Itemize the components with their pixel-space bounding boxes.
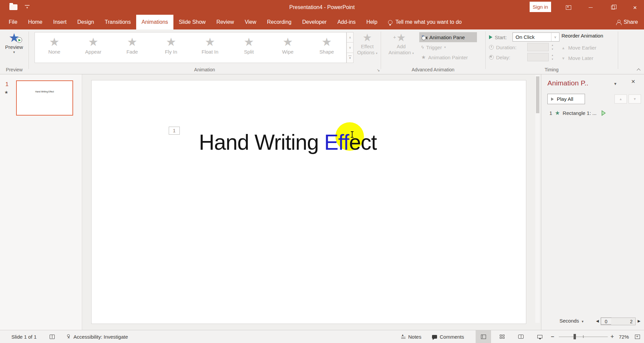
tab-developer[interactable]: Developer	[297, 15, 332, 29]
duration-input[interactable]	[527, 43, 549, 51]
move-earlier-button[interactable]: ▲ Move Earlier	[561, 43, 616, 53]
tab-insert[interactable]: Insert	[48, 15, 72, 29]
duration-row: Duration: ▴▾	[489, 42, 559, 52]
tab-animations[interactable]: Animations	[136, 15, 173, 29]
star-icon: ★	[113, 36, 152, 48]
gallery-item-float-in[interactable]: ★Float In	[191, 32, 229, 63]
gallery-item-wipe[interactable]: ★Wipe	[268, 32, 307, 63]
move-down-button[interactable]: ▼	[629, 94, 641, 104]
scrollbar-thumb[interactable]	[536, 76, 539, 113]
slide-canvas[interactable]: 1 Hand Writing Effect	[91, 80, 526, 324]
duration-spinner[interactable]: ▴▾	[550, 43, 555, 51]
sign-in-button[interactable]: Sign in	[530, 2, 551, 12]
slide-sorter-view-button[interactable]	[494, 330, 510, 343]
delay-label: Delay:	[496, 55, 511, 60]
tab-file[interactable]: File	[0, 15, 23, 29]
tab-review[interactable]: Review	[211, 15, 239, 29]
tab-transitions[interactable]: Transitions	[99, 15, 136, 29]
gallery-scroll-up-button[interactable]: ∧	[346, 32, 354, 43]
fit-slide-to-window-button[interactable]	[631, 330, 644, 343]
seconds-dropdown[interactable]: Seconds▼	[559, 318, 584, 324]
gallery-scroll-down-button[interactable]: ∨	[346, 43, 354, 53]
gallery-item-none[interactable]: ★None	[35, 32, 74, 63]
spell-check-button[interactable]	[50, 330, 55, 343]
tab-recording[interactable]: Recording	[262, 15, 297, 29]
zoom-level[interactable]: 72%	[619, 330, 629, 343]
star-icon: ★	[35, 36, 74, 48]
delay-spinner[interactable]: ▴▾	[550, 53, 555, 61]
person-icon	[616, 20, 621, 25]
normal-view-button[interactable]	[476, 330, 491, 343]
highlighted-letters: Eff	[324, 130, 349, 154]
gallery-item-split[interactable]: ★Split	[229, 32, 268, 63]
notes-button[interactable]: Notes	[401, 330, 421, 343]
ribbon-display-options-button[interactable]	[561, 0, 576, 15]
start-combobox[interactable]: On Click ∨	[513, 32, 559, 42]
item-label: Rectangle 1: ...	[563, 110, 597, 116]
zoom-slider-thumb[interactable]	[574, 334, 576, 339]
tab-slide-show[interactable]: Slide Show	[173, 15, 211, 29]
tab-help[interactable]: Help	[361, 15, 383, 29]
tell-me-box[interactable]: Tell me what you want to do	[388, 15, 462, 29]
animation-dialog-launcher[interactable]: ↘	[376, 68, 381, 73]
play-all-button[interactable]: Play All	[547, 94, 585, 104]
effect-options-button[interactable]: ★ Effect Options ▾	[355, 32, 380, 56]
move-later-button[interactable]: ▼ Move Later	[561, 53, 616, 63]
animation-gallery: ★None ★Appear ★Fade ★Fly In ★Float In ★S…	[35, 32, 346, 63]
restore-button[interactable]	[605, 0, 621, 15]
tab-home[interactable]: Home	[23, 15, 48, 29]
item-index: 1	[549, 110, 552, 116]
animation-painter-button[interactable]: ★ Animation Painter	[419, 52, 485, 62]
gallery-item-appear[interactable]: ★Appear	[74, 32, 113, 63]
comments-icon	[432, 335, 437, 339]
item-play-icon	[601, 110, 606, 116]
accessibility-icon	[66, 334, 71, 339]
gallery-more-button[interactable]: ▾	[346, 53, 354, 63]
comments-button[interactable]: Comments	[432, 330, 464, 343]
tab-design[interactable]: Design	[72, 15, 99, 29]
vertical-scrollbar[interactable]	[535, 75, 540, 323]
preview-star-icon: ★	[9, 31, 19, 44]
slide-counter[interactable]: Slide 1 of 1	[11, 330, 37, 343]
reading-view-button[interactable]	[513, 330, 529, 343]
effect-options-star-icon: ★	[363, 32, 372, 44]
timeline-scroll-right-icon[interactable]: ▶	[638, 319, 640, 323]
animation-pane-button[interactable]: ➔ Animation Pane	[419, 32, 477, 42]
move-up-button[interactable]: ▲	[614, 94, 627, 104]
animation-list-item[interactable]: 1 ★ Rectangle 1: ...	[549, 110, 606, 117]
zoom-out-button[interactable]: −	[551, 330, 554, 343]
pane-options-caret-icon[interactable]: ▼	[613, 82, 617, 86]
reorder-animation-group: Reorder Animation ▲ Move Earlier ▼ Move …	[561, 33, 616, 63]
collapse-ribbon-icon[interactable]	[637, 69, 641, 71]
accessibility-button[interactable]: Accessibility: Investigate	[66, 330, 128, 343]
minimize-button[interactable]	[583, 0, 598, 15]
slide-show-button[interactable]	[532, 330, 547, 343]
pane-close-icon[interactable]: ×	[631, 78, 635, 85]
fit-to-window-icon	[635, 335, 640, 339]
gallery-item-shape[interactable]: ★Shape	[307, 32, 346, 63]
animation-indicator-star-icon[interactable]: ★	[4, 90, 8, 95]
close-button[interactable]: ×	[627, 0, 643, 15]
chevron-down-icon[interactable]: ∨	[551, 33, 559, 41]
zoom-in-button[interactable]: +	[610, 330, 614, 343]
gallery-item-fade[interactable]: ★Fade	[113, 32, 152, 63]
gallery-item-fly-in[interactable]: ★Fly In	[152, 32, 191, 63]
trigger-button[interactable]: ϟ Trigger ▾	[419, 42, 485, 52]
preview-button[interactable]: ★ Preview ▼	[2, 31, 26, 54]
group-label-animation: Animation	[29, 67, 381, 72]
tab-view[interactable]: View	[239, 15, 262, 29]
timeline-range[interactable]: 0 2	[601, 318, 636, 325]
reorder-animation-title: Reorder Animation	[561, 33, 616, 39]
start-label: Start:	[495, 35, 507, 40]
dropdown-caret-icon: ▾	[444, 46, 446, 49]
delay-input[interactable]	[527, 53, 549, 61]
slide-title-textbox[interactable]: Hand Writing Effect	[199, 130, 377, 155]
animation-pane-title: Animation P..	[547, 79, 588, 87]
timeline-scroll-left-icon[interactable]: ◀	[596, 319, 599, 323]
share-button[interactable]: Share	[616, 15, 638, 29]
add-animation-button[interactable]: +★ Add Animation ▾	[385, 32, 417, 56]
tab-add-ins[interactable]: Add-ins	[332, 15, 361, 29]
duration-clock-icon	[489, 45, 494, 50]
animation-number-badge[interactable]: 1	[169, 127, 180, 135]
slide-thumbnail[interactable]: Hand Writing Effect	[16, 80, 73, 116]
